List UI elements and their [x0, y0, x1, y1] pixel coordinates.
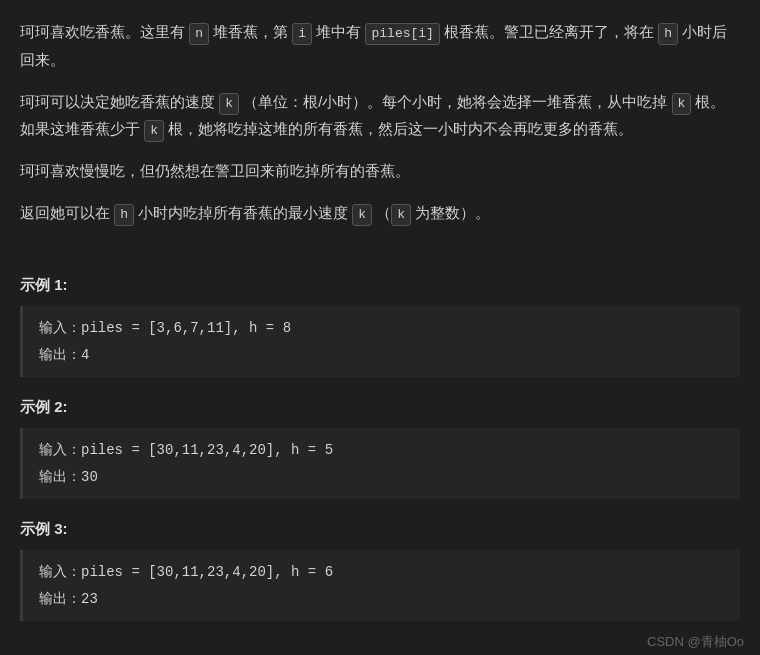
- inline-code-h1: h: [658, 23, 678, 45]
- paragraph-1: 珂珂喜欢吃香蕉。这里有 n 堆香蕉，第 i 堆中有 piles[i] 根香蕉。警…: [20, 18, 740, 74]
- example3-input-line: 输入：piles = [30,11,23,4,20], h = 6: [39, 558, 724, 586]
- para4-text4: 为整数）: [415, 204, 475, 221]
- inline-code-i: i: [292, 23, 312, 45]
- example3-input-label: 输入：: [39, 563, 81, 579]
- example3-block: 输入：piles = [30,11,23,4,20], h = 6 输出：23: [20, 550, 740, 621]
- example2-title: 示例 2:: [20, 393, 740, 420]
- para4-text1: 返回她可以在: [20, 204, 110, 221]
- example1-output-value: 4: [81, 347, 89, 363]
- example3-input-value: piles = [30,11,23,4,20], h = 6: [81, 564, 333, 580]
- paragraph-2: 珂珂可以决定她吃香蕉的速度 k （单位：根/小时）。每个小时，她将会选择一堆香蕉…: [20, 88, 740, 144]
- example2-output-value: 30: [81, 469, 98, 485]
- para4-text5: 。: [475, 204, 490, 221]
- para4-text3: （: [376, 204, 391, 221]
- example2-output-label: 输出：: [39, 468, 81, 484]
- paragraph-4: 返回她可以在 h 小时内吃掉所有香蕉的最小速度 k （k 为整数）。: [20, 199, 740, 227]
- spacer-1: [20, 241, 740, 255]
- inline-code-k3: k: [144, 120, 164, 142]
- example2-input-value: piles = [30,11,23,4,20], h = 5: [81, 442, 333, 458]
- inline-code-k2: k: [672, 93, 692, 115]
- example1-output-line: 输出：4: [39, 341, 724, 369]
- para2-text1: 珂珂可以决定她吃香蕉的速度: [20, 93, 215, 110]
- para1-text2: 堆香蕉，第: [213, 23, 288, 40]
- para2-text2: （单位：根/小时）。每个小时，她将会选择一堆香蕉，从中吃掉: [243, 93, 667, 110]
- example1-title: 示例 1:: [20, 271, 740, 298]
- inline-code-h2: h: [114, 204, 134, 226]
- watermark: CSDN @青柚Oo: [647, 630, 744, 653]
- para1-text4: 根香蕉。警卫已经离开了，将在: [444, 23, 654, 40]
- example2-output-line: 输出：30: [39, 463, 724, 491]
- example3-output-line: 输出：23: [39, 585, 724, 613]
- example1-output-label: 输出：: [39, 346, 81, 362]
- para4-text2: 小时内吃掉所有香蕉的最小速度: [138, 204, 348, 221]
- example1-input-value: piles = [3,6,7,11], h = 8: [81, 320, 291, 336]
- para2-text4: 根，她将吃掉这堆的所有香蕉，然后这一小时内不会再吃更多的香蕉。: [168, 120, 633, 137]
- para1-text3: 堆中有: [316, 23, 361, 40]
- example3-title: 示例 3:: [20, 515, 740, 542]
- example3-output-value: 23: [81, 591, 98, 607]
- example1-block: 输入：piles = [3,6,7,11], h = 8 输出：4: [20, 306, 740, 377]
- para3-text: 珂珂喜欢慢慢吃，但仍然想在警卫回来前吃掉所有的香蕉。: [20, 162, 410, 179]
- example3-output-label: 输出：: [39, 590, 81, 606]
- example1-input-line: 输入：piles = [3,6,7,11], h = 8: [39, 314, 724, 342]
- inline-code-piles-i: piles[i]: [365, 23, 439, 45]
- example1-input-label: 输入：: [39, 319, 81, 335]
- para1-text1: 珂珂喜欢吃香蕉。这里有: [20, 23, 185, 40]
- example2-block: 输入：piles = [30,11,23,4,20], h = 5 输出：30: [20, 428, 740, 499]
- inline-code-n: n: [189, 23, 209, 45]
- paragraph-3: 珂珂喜欢慢慢吃，但仍然想在警卫回来前吃掉所有的香蕉。: [20, 157, 740, 185]
- example2-input-line: 输入：piles = [30,11,23,4,20], h = 5: [39, 436, 724, 464]
- example2-input-label: 输入：: [39, 441, 81, 457]
- inline-code-k5: k: [391, 204, 411, 226]
- inline-code-k1: k: [219, 93, 239, 115]
- inline-code-k4: k: [352, 204, 372, 226]
